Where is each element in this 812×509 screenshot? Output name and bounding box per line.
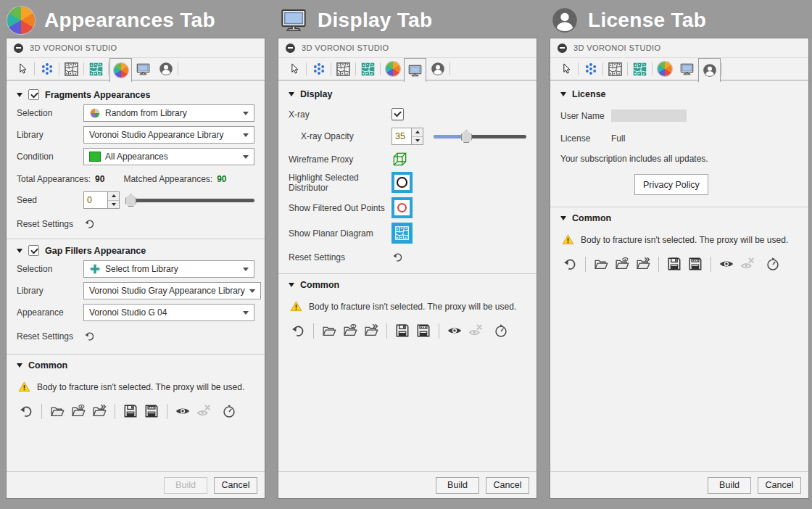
slider-track[interactable] <box>125 199 254 202</box>
highlight-distributor-toggle[interactable] <box>392 172 413 193</box>
toolbar-tab-points[interactable] <box>579 59 602 79</box>
xray-opacity-value[interactable]: 35 <box>392 128 411 144</box>
build-button[interactable]: Build <box>708 477 751 494</box>
undo-icon[interactable] <box>562 256 578 272</box>
open-folder-preview-icon[interactable] <box>342 323 358 339</box>
voronoi-studio-panel: 3D VORONOI STUDIO License User Name <box>550 38 809 499</box>
undo-icon[interactable] <box>290 323 306 339</box>
condition-dropdown[interactable]: All Appearances <box>83 148 254 165</box>
seed-spinner[interactable]: 0 <box>83 191 120 209</box>
reset-settings-label: Reset Settings <box>289 252 392 262</box>
undo-icon[interactable] <box>392 251 404 263</box>
toolbar-tab-appearances[interactable] <box>653 59 676 79</box>
chevron-down-icon[interactable] <box>560 92 566 96</box>
monitor-icon <box>136 62 151 77</box>
chevron-down-icon[interactable] <box>289 92 294 96</box>
open-folder-preview-icon[interactable] <box>614 256 630 272</box>
save-backup-icon[interactable] <box>144 403 160 419</box>
slider-handle[interactable] <box>125 194 136 207</box>
spin-up-button[interactable] <box>108 192 119 200</box>
eye-icon[interactable] <box>447 323 463 339</box>
toolbar-tab-voronoi-solid[interactable] <box>85 59 107 79</box>
toolbar-tab-display[interactable] <box>404 58 426 82</box>
points-icon <box>584 62 598 76</box>
slider-handle[interactable] <box>461 130 472 143</box>
planar-diagram-toggle[interactable] <box>392 223 413 244</box>
gap-selection-dropdown[interactable]: Select from Library <box>83 260 254 278</box>
open-folder-import-icon[interactable] <box>91 403 107 419</box>
toolbar-tab-license[interactable] <box>698 58 721 82</box>
cancel-button[interactable]: Cancel <box>214 477 257 494</box>
monitor-icon <box>279 6 308 35</box>
total-appearances-value: 90 <box>95 174 104 184</box>
xray-opacity-slider[interactable] <box>434 130 526 143</box>
library-dropdown[interactable]: Voronoi Studio Appearance Library <box>83 126 254 144</box>
spin-down-button[interactable] <box>412 136 423 145</box>
cancel-button[interactable]: Cancel <box>758 477 801 494</box>
open-folder-preview-icon[interactable] <box>70 403 86 419</box>
build-button[interactable]: Build <box>436 477 479 494</box>
color-wheel-icon <box>386 62 400 76</box>
toolbar-separator <box>627 62 628 75</box>
timer-icon[interactable] <box>221 403 237 419</box>
open-folder-icon[interactable] <box>593 256 609 272</box>
open-folder-import-icon[interactable] <box>635 256 651 272</box>
toolbar-separator <box>578 62 579 75</box>
save-backup-icon[interactable] <box>415 323 431 339</box>
chevron-down-icon[interactable] <box>289 283 294 287</box>
toolbar-tab-voronoi-outline[interactable] <box>604 59 626 79</box>
save-icon[interactable] <box>394 323 410 339</box>
eye-icon[interactable] <box>718 256 734 272</box>
selection-dropdown[interactable]: Random from Library <box>83 104 254 122</box>
filtered-points-toggle[interactable] <box>392 197 413 218</box>
toolbar-tab-license[interactable] <box>154 59 177 79</box>
toolbar-tab-voronoi-solid[interactable] <box>629 59 651 79</box>
timer-icon[interactable] <box>493 323 509 339</box>
spin-up-button[interactable] <box>412 128 423 136</box>
save-backup-icon[interactable] <box>687 256 703 272</box>
toolbar-tab-display[interactable] <box>132 59 154 79</box>
toolbar-tab-display[interactable] <box>676 59 698 79</box>
collapse-panel-icon[interactable] <box>286 44 295 53</box>
collapse-panel-icon[interactable] <box>14 44 23 53</box>
undo-icon[interactable] <box>83 330 96 342</box>
gap-appearance-dropdown[interactable]: Voronoi Studio G 04 <box>83 304 254 321</box>
section-title: Gap Fillers Appearance <box>45 246 146 256</box>
gap-library-dropdown[interactable]: Voronoi Studio Gray Appearance Library <box>83 282 261 299</box>
chevron-down-icon[interactable] <box>17 93 22 97</box>
open-folder-import-icon[interactable] <box>363 323 379 339</box>
save-icon[interactable] <box>123 403 138 419</box>
undo-icon[interactable] <box>18 403 34 419</box>
seed-slider[interactable] <box>125 194 254 207</box>
spin-down-button[interactable] <box>108 200 119 209</box>
wireframe-cube-icon[interactable] <box>392 151 408 167</box>
toolbar-tab-license[interactable] <box>426 59 449 79</box>
xray-checkbox[interactable] <box>392 108 404 120</box>
chevron-down-icon[interactable] <box>17 249 22 253</box>
timer-icon[interactable] <box>765 256 781 272</box>
toolbar-tab-appearances[interactable] <box>381 59 404 79</box>
open-folder-icon[interactable] <box>321 323 337 339</box>
collapse-panel-icon[interactable] <box>558 44 567 53</box>
eye-icon[interactable] <box>175 403 191 419</box>
toolbar-tab-cursor[interactable] <box>283 59 305 79</box>
undo-icon[interactable] <box>83 218 96 230</box>
cancel-button[interactable]: Cancel <box>486 477 529 494</box>
xray-opacity-spinner[interactable]: 35 <box>392 128 423 145</box>
toolbar-tab-cursor[interactable] <box>555 59 577 79</box>
toolbar-tab-appearances[interactable] <box>109 58 132 82</box>
seed-value[interactable]: 0 <box>84 192 107 208</box>
toolbar-tab-voronoi-solid[interactable] <box>357 59 379 79</box>
toolbar-tab-cursor[interactable] <box>11 59 33 79</box>
chevron-down-icon[interactable] <box>17 363 22 368</box>
gap-fillers-checkbox[interactable] <box>28 245 39 256</box>
fragments-appearances-checkbox[interactable] <box>28 89 39 100</box>
privacy-policy-button[interactable]: Privacy Policy <box>634 174 708 195</box>
open-folder-icon[interactable] <box>49 403 65 419</box>
toolbar-tab-voronoi-outline[interactable] <box>332 59 355 79</box>
toolbar-tab-points[interactable] <box>36 59 58 79</box>
save-icon[interactable] <box>666 256 682 272</box>
chevron-down-icon[interactable] <box>560 216 566 220</box>
toolbar-tab-voronoi-outline[interactable] <box>60 59 83 79</box>
toolbar-tab-points[interactable] <box>307 59 330 79</box>
